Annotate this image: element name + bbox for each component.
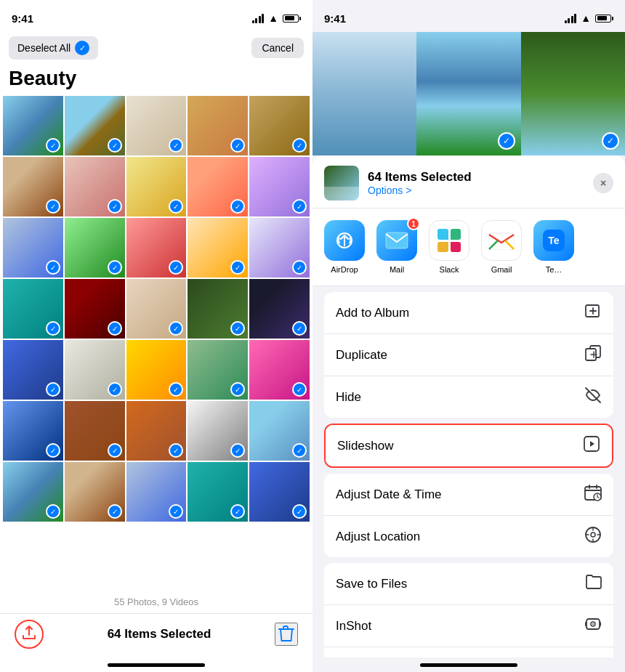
menu-item-adjust-date-time[interactable]: Adjust Date & Time (324, 474, 613, 516)
home-indicator-left (0, 657, 312, 672)
photo-count: 55 Photos, 9 Videos (0, 591, 312, 613)
grid-cell[interactable]: ✓ (65, 401, 125, 461)
grid-cell[interactable]: ✓ (3, 462, 63, 522)
app-item-gmail[interactable]: Gmail (478, 220, 525, 274)
wifi-icon-left: ▲ (268, 12, 278, 24)
gmail-label: Gmail (491, 265, 512, 274)
gmail-icon (481, 220, 522, 261)
cell-check: ✓ (230, 321, 245, 336)
menu-item-hide[interactable]: Hide (324, 376, 613, 418)
album-title: Beauty (0, 64, 312, 96)
menu-item-add-to-album[interactable]: Add to Album (324, 292, 613, 334)
cell-check: ✓ (108, 504, 122, 519)
menu-item-save-to-files[interactable]: Save to Files (324, 563, 613, 605)
adjust-location-icon (584, 526, 602, 547)
cell-check: ✓ (169, 138, 183, 153)
mail-icon: 1 (376, 220, 417, 261)
share-title: 64 Items Selected (368, 170, 584, 185)
cell-check: ✓ (108, 321, 122, 336)
grid-cell[interactable]: ✓ (65, 96, 125, 155)
grid-cell[interactable]: ✓ (3, 401, 63, 461)
slideshow-icon (583, 435, 600, 456)
app-item-slack[interactable]: Slack (426, 220, 472, 274)
home-indicator-right (312, 657, 625, 672)
grid-row: ✓ ✓ ✓ ✓ ✓ (3, 340, 310, 400)
app-item-mail[interactable]: 1 Mail (374, 220, 420, 274)
grid-cell[interactable]: ✓ (249, 96, 310, 155)
status-icons-right: ▲ (565, 12, 613, 24)
adjust-location-label: Adjust Location (336, 530, 420, 544)
grid-cell[interactable]: ✓ (126, 279, 187, 339)
cell-check: ✓ (46, 138, 60, 153)
menu-item-adjust-location[interactable]: Adjust Location (324, 516, 613, 557)
grid-cell[interactable]: ✓ (249, 218, 310, 278)
right-panel: 9:41 ▲ ✓ ✓ (312, 0, 625, 672)
save-to-files-label: Save to Files (336, 577, 407, 591)
grid-cell[interactable]: ✓ (249, 157, 310, 216)
cell-check: ✓ (169, 199, 183, 214)
grid-cell[interactable]: ✓ (65, 218, 125, 278)
battery-icon-left (283, 15, 301, 23)
grid-cell[interactable]: ✓ (188, 96, 248, 155)
menu-item-slideshow[interactable]: Slideshow (326, 425, 612, 466)
grid-cell[interactable]: ✓ (188, 279, 248, 339)
grid-cell[interactable]: ✓ (65, 462, 125, 522)
add-to-album-label: Add to Album (336, 306, 409, 320)
share-title-area: 64 Items Selected Options > (368, 170, 584, 196)
svg-point-12 (591, 533, 595, 537)
mail-badge: 1 (407, 217, 420, 230)
cancel-button[interactable]: Cancel (251, 38, 304, 58)
grid-cell[interactable]: ✓ (3, 340, 63, 400)
share-close-button[interactable]: × (593, 173, 613, 193)
app-item-airdrop[interactable]: AirDrop (321, 220, 368, 274)
svg-point-15 (592, 623, 594, 625)
grid-cell[interactable]: ✓ (3, 218, 63, 278)
grid-cell[interactable]: ✓ (188, 462, 248, 522)
apps-row: AirDrop 1 Mail (312, 209, 625, 286)
grid-cell[interactable]: ✓ (188, 218, 248, 278)
grid-cell[interactable]: ✓ (126, 96, 187, 155)
cell-check: ✓ (230, 443, 245, 458)
delete-button[interactable] (275, 623, 298, 646)
grid-cell[interactable]: ✓ (3, 96, 63, 155)
grid-cell[interactable]: ✓ (65, 157, 125, 216)
grid-cell[interactable]: ✓ (249, 279, 310, 339)
grid-cell[interactable]: ✓ (249, 401, 310, 461)
app-item-te[interactable]: Te Te… (531, 220, 577, 274)
top-bar: Deselect All ✓ Cancel (0, 32, 312, 64)
grid-cell[interactable]: ✓ (3, 279, 63, 339)
signal-icon-left (252, 14, 265, 23)
share-button[interactable] (15, 620, 44, 649)
grid-cell[interactable]: ✓ (65, 340, 125, 400)
grid-cell[interactable]: ✓ (126, 218, 187, 278)
slack-label: Slack (440, 265, 459, 274)
cell-check: ✓ (230, 138, 245, 153)
menu-item-duplicate[interactable]: Duplicate (324, 334, 613, 376)
cell-check: ✓ (46, 382, 60, 397)
cell-check: ✓ (292, 443, 307, 458)
menu-item-inshot[interactable]: InShot (324, 605, 613, 647)
time-right: 9:41 (324, 12, 346, 25)
grid-cell[interactable]: ✓ (65, 279, 125, 339)
grid-cell[interactable]: ✓ (126, 157, 187, 216)
menu-item-save-as-pdf[interactable]: Save As PDF (324, 647, 613, 657)
preview-check-1: ✓ (498, 132, 515, 150)
grid-cell[interactable]: ✓ (3, 157, 63, 216)
deselect-label: Deselect All (17, 42, 70, 54)
grid-row: ✓ ✓ ✓ ✓ ✓ (3, 401, 310, 461)
grid-row: ✓ ✓ ✓ ✓ ✓ (3, 462, 310, 522)
cell-check: ✓ (169, 260, 183, 275)
signal-icon-right (565, 14, 577, 23)
grid-cell[interactable]: ✓ (249, 340, 310, 400)
grid-cell[interactable]: ✓ (188, 157, 248, 216)
status-bar-left: 9:41 ▲ (0, 0, 312, 32)
grid-cell[interactable]: ✓ (188, 340, 248, 400)
hide-icon (584, 386, 602, 408)
grid-cell[interactable]: ✓ (249, 462, 310, 522)
options-link[interactable]: Options > (368, 185, 584, 196)
grid-cell[interactable]: ✓ (188, 401, 248, 461)
grid-cell[interactable]: ✓ (126, 462, 187, 522)
deselect-all-button[interactable]: Deselect All ✓ (9, 36, 98, 60)
grid-cell[interactable]: ✓ (126, 401, 187, 461)
grid-cell[interactable]: ✓ (126, 340, 187, 400)
